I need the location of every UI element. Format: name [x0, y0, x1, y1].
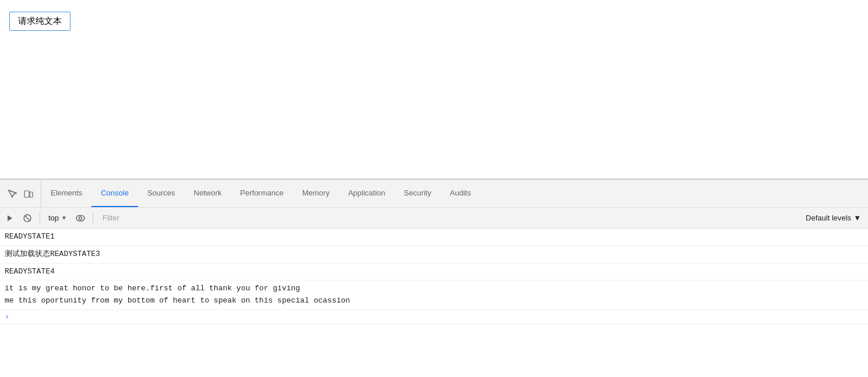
toolbar-divider-2: [93, 212, 93, 224]
devtools-panel: Elements Console Sources Network Perform…: [0, 179, 868, 377]
context-dropdown-arrow: ▼: [61, 215, 67, 221]
tab-memory[interactable]: Memory: [293, 180, 339, 207]
tab-console[interactable]: Console: [91, 180, 138, 207]
svg-point-5: [76, 215, 84, 221]
toolbar-divider-1: [40, 212, 40, 224]
devtools-icon-group: [0, 180, 41, 207]
tab-application[interactable]: Application: [339, 180, 395, 207]
svg-rect-0: [24, 191, 29, 197]
context-selector[interactable]: top ▼: [45, 211, 70, 226]
filter-input[interactable]: [98, 212, 799, 223]
request-text-button[interactable]: 请求纯文本: [9, 12, 70, 31]
svg-point-6: [79, 216, 82, 219]
devtools-tabs-bar: Elements Console Sources Network Perform…: [0, 180, 868, 208]
console-output: READYSTATE1 测试加载状态READYSTATE3 READYSTATE…: [0, 229, 868, 377]
tab-network[interactable]: Network: [185, 180, 231, 207]
tab-security[interactable]: Security: [394, 180, 440, 207]
default-levels-label: Default levels: [806, 214, 851, 222]
console-line: 测试加载状态READYSTATE3: [0, 246, 868, 264]
console-toolbar: top ▼ Default levels ▼: [0, 208, 868, 229]
svg-rect-1: [30, 192, 33, 197]
tab-elements[interactable]: Elements: [41, 180, 91, 207]
svg-line-4: [25, 216, 30, 220]
context-label: top: [48, 214, 59, 222]
device-toolbar-icon[interactable]: [22, 187, 35, 200]
console-line: READYSTATE4: [0, 264, 868, 281]
eye-icon[interactable]: [73, 211, 88, 226]
page-content: 请求纯文本: [0, 0, 868, 179]
console-line: READYSTATE1: [0, 229, 868, 246]
inspect-element-icon[interactable]: [6, 187, 19, 200]
levels-dropdown-arrow: ▼: [853, 214, 861, 222]
tab-performance[interactable]: Performance: [231, 180, 292, 207]
default-levels-dropdown[interactable]: Default levels ▼: [801, 212, 866, 223]
console-line: it is my great honor to be here.first of…: [0, 280, 868, 310]
execute-script-icon[interactable]: [2, 211, 17, 226]
clear-console-icon[interactable]: [20, 211, 35, 226]
prompt-chevron-icon: ›: [5, 312, 9, 321]
console-prompt-line[interactable]: ›: [0, 310, 868, 324]
svg-marker-2: [8, 215, 12, 221]
tab-sources[interactable]: Sources: [138, 180, 185, 207]
tab-audits[interactable]: Audits: [440, 180, 480, 207]
